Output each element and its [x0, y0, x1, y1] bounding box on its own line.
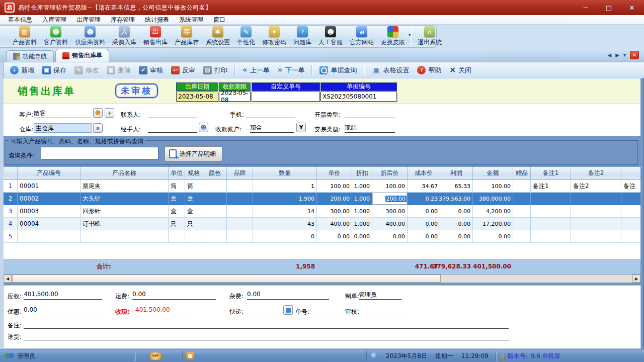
grid-cell[interactable] — [513, 230, 531, 243]
column-header[interactable]: 单位 — [169, 167, 185, 180]
row-number[interactable]: 3 — [4, 205, 18, 218]
maker-field[interactable]: 管理员 — [359, 291, 401, 300]
grid-cell[interactable]: 只 — [169, 218, 185, 230]
grid-cell[interactable]: 盒 — [185, 193, 203, 205]
tab-scroll-right-icon[interactable]: ▶ — [615, 52, 619, 58]
grid-cell[interactable]: 大头针 — [80, 193, 169, 205]
currency-button[interactable]: ¥ — [296, 123, 306, 132]
grid-cell[interactable]: 备注2 — [571, 180, 621, 193]
grid-cell[interactable]: 300.00 — [372, 205, 408, 218]
grid-cell[interactable] — [571, 230, 621, 243]
grid-cell[interactable]: 1,900 — [253, 193, 317, 205]
tab-close-button[interactable]: ✕ — [630, 51, 639, 59]
account-input[interactable]: 现金 — [250, 124, 294, 133]
new-button[interactable]: +新增 — [6, 64, 38, 76]
grid-cell[interactable]: 0.00 — [317, 230, 352, 243]
tab-sales-outbound-order[interactable]: 销售出库单 — [55, 49, 109, 62]
save-button[interactable]: ▣保存 — [38, 64, 70, 76]
grid-cell[interactable]: 筒 — [169, 180, 185, 193]
grid-cell[interactable]: 400.00 — [317, 218, 352, 230]
grid-cell[interactable]: 100.00 — [317, 180, 352, 193]
tab-function-nav[interactable]: 功能导航 — [6, 50, 54, 62]
handler-input[interactable] — [148, 124, 197, 133]
toolbar-button-customer-data[interactable]: ☻客户资料 — [40, 25, 71, 48]
grid-cell[interactable]: 回形针 — [80, 205, 169, 218]
grid-cell[interactable] — [203, 193, 227, 205]
grid-cell[interactable]: 00004 — [18, 218, 80, 230]
row-number[interactable]: 2 — [4, 193, 18, 205]
grid-cell[interactable]: 1.000 — [352, 180, 372, 193]
grid-cell[interactable] — [203, 218, 227, 230]
grid-cell[interactable]: 订书机 — [80, 218, 169, 230]
column-header[interactable]: 品牌 — [227, 167, 253, 180]
grid-cell[interactable] — [227, 180, 253, 193]
grid-cell[interactable] — [227, 205, 253, 218]
toolbar-button-exit-system[interactable]: ⌂退出系统 — [414, 25, 445, 48]
grid-cell[interactable] — [531, 218, 571, 230]
menu-item[interactable]: 系统管理 — [174, 15, 208, 25]
toolbar-button-live-support[interactable]: ☻人工客服 — [315, 25, 346, 48]
column-header[interactable]: 颜色 — [203, 167, 227, 180]
grid-cell[interactable]: 300.00 — [317, 205, 352, 218]
tab-scroll-left-icon[interactable]: ◀ — [608, 52, 612, 58]
grid-cell[interactable]: 1.000 — [352, 205, 372, 218]
column-header[interactable]: 折后价 — [372, 167, 408, 180]
grid-cell[interactable]: 00002 — [18, 193, 80, 205]
trade-type-input[interactable]: 现结 — [345, 124, 395, 133]
misc-fee-field[interactable]: 0.00 — [247, 291, 329, 300]
grid-cell[interactable]: 17,200.00 — [473, 218, 513, 230]
grid-cell[interactable]: 盒 — [169, 193, 185, 205]
tab-menu-icon[interactable]: ▾ — [623, 52, 626, 58]
grid-cell[interactable]: 43 — [253, 218, 317, 230]
grid-cell[interactable]: 379,563.00 — [440, 193, 473, 205]
delete-button[interactable]: ▦删除 — [103, 64, 135, 76]
grid-cell[interactable]: 备注1 — [531, 180, 571, 193]
customer-select-button[interactable]: ☻ — [93, 108, 103, 118]
grid-cell[interactable]: 200.00 — [317, 193, 352, 205]
grid-cell[interactable]: 0.00 — [372, 230, 408, 243]
grid-cell[interactable]: 1 — [253, 180, 317, 193]
grid-cell[interactable] — [571, 218, 621, 230]
grid-cell[interactable] — [513, 180, 531, 193]
grid-cell[interactable] — [203, 230, 227, 243]
column-header[interactable]: 金额 — [473, 167, 513, 180]
tracking-no-field[interactable] — [311, 306, 341, 315]
grid-cell[interactable] — [18, 230, 80, 243]
grid-cell[interactable]: 1.000 — [352, 193, 372, 205]
grid-cell[interactable]: 票尾夹 — [80, 180, 169, 193]
receivable-field[interactable]: 401,500.00 — [24, 291, 102, 300]
toolbar-button-personalize[interactable]: ✎个性化 — [233, 25, 259, 48]
grid-cell[interactable]: 只 — [185, 218, 203, 230]
grid-cell[interactable]: 14 — [253, 205, 317, 218]
column-header[interactable]: 数量 — [253, 167, 317, 180]
row-number[interactable]: 1 — [4, 180, 18, 193]
discount-field[interactable]: 0.00 — [24, 306, 102, 315]
grid-cell[interactable] — [203, 180, 227, 193]
outbound-date-value[interactable]: 2023-05-08 — [176, 92, 218, 102]
close-button[interactable]: ×关闭 — [445, 64, 475, 76]
grid-cell[interactable]: 65.33 — [440, 180, 473, 193]
custom-order-no-value[interactable] — [252, 92, 320, 102]
auditor-field[interactable] — [359, 306, 401, 315]
mobile-input[interactable] — [246, 109, 295, 118]
unaudit-button[interactable]: ↩反审 — [167, 64, 199, 76]
contact-input[interactable] — [148, 109, 197, 118]
menu-item[interactable]: 库存管理 — [106, 15, 140, 25]
column-header[interactable]: 产品编号 — [18, 167, 80, 180]
warehouse-input[interactable]: 主仓库 — [34, 123, 92, 133]
grid-cell[interactable]: 0.000 — [352, 230, 372, 243]
grid-cell[interactable] — [621, 193, 640, 205]
express-select-button[interactable] — [283, 305, 293, 315]
menu-item[interactable]: 窗口 — [208, 15, 230, 25]
toolbar-button-sales-outbound[interactable]: 出销售出库 — [140, 25, 171, 48]
grid-cell[interactable] — [203, 205, 227, 218]
grid-cell[interactable]: 0.23 — [408, 193, 440, 205]
grid-cell[interactable]: 0 — [253, 230, 317, 243]
modify-button[interactable]: ✎修改 — [70, 64, 103, 76]
payment-due-date-value[interactable]: 2023-05-08 — [219, 92, 251, 102]
grid-settings-button[interactable]: ▦表格设置 — [368, 64, 413, 76]
grid-cell[interactable] — [621, 230, 640, 243]
toolbar-button-faq-library[interactable]: ?问题库 — [290, 25, 315, 48]
column-header[interactable]: 折扣 — [352, 167, 372, 180]
grid-cell[interactable]: 0.00 — [440, 205, 473, 218]
